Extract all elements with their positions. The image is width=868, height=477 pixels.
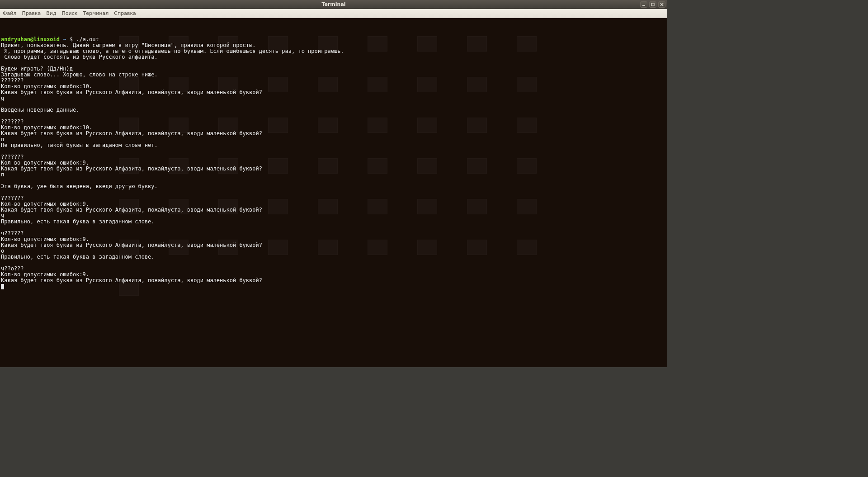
terminal-line: Эта буква, уже была введена, введи другу…	[1, 184, 666, 189]
terminal-line: ???????	[1, 119, 666, 125]
terminal-line	[1, 60, 666, 66]
menu-edit[interactable]: Правка	[22, 10, 41, 16]
terminal-line: Какая будет твоя буква из Русского Алфав…	[1, 166, 666, 172]
terminal-line: Не правильно, такой буквы в загаданом сл…	[1, 142, 666, 148]
terminal-line: Введены неверные данные.	[1, 107, 666, 113]
terminal-line: Какая будет твоя буква из Русского Алфав…	[1, 207, 666, 213]
menu-view[interactable]: Вид	[46, 10, 56, 16]
terminal-line: ???????	[1, 154, 666, 160]
terminal-line: Правильно, есть такая буква в загаданном…	[1, 219, 666, 225]
terminal-line: Какая будет твоя буква из Русского Алфав…	[1, 278, 666, 283]
terminal-line: ч??о???	[1, 266, 666, 272]
terminal-line	[1, 225, 666, 231]
terminal-output[interactable]: andryuhan@linuxoid ~ $ ./a.outПривет, по…	[0, 18, 667, 367]
menu-search[interactable]: Поиск	[62, 10, 78, 16]
titlebar[interactable]: Terminal	[0, 0, 667, 9]
terminal-line: ???????	[1, 195, 666, 201]
menu-help[interactable]: Справка	[114, 10, 136, 16]
terminal-line: Какая будет твоя буква из Русского Алфав…	[1, 131, 666, 137]
terminal-window: Terminal Файл Правка Вид Поиск Терминал …	[0, 0, 667, 367]
terminal-line: Какая будет твоя буква из Русского Алфав…	[1, 90, 666, 95]
terminal-line	[1, 148, 666, 154]
menu-terminal[interactable]: Терминал	[83, 10, 108, 16]
menu-file[interactable]: Файл	[3, 10, 16, 16]
terminal-content: andryuhan@linuxoid ~ $ ./a.outПривет, по…	[1, 37, 666, 289]
terminal-line: Слово будет состоять из букв Русского ал…	[1, 54, 666, 60]
terminal-line: ???????	[1, 78, 666, 84]
terminal-line: Правильно, есть такая буква в загаданном…	[1, 254, 666, 260]
titlebar-buttons	[640, 1, 667, 8]
text-cursor	[1, 284, 4, 289]
terminal-line: Загадываю слово... Хорошо, слово на стро…	[1, 72, 666, 78]
maximize-button[interactable]	[649, 1, 656, 8]
window-title: Terminal	[321, 1, 345, 7]
terminal-line	[1, 113, 666, 119]
maximize-icon	[651, 2, 655, 7]
svg-rect-1	[651, 3, 654, 6]
terminal-line: Какая будет твоя буква из Русского Алфав…	[1, 242, 666, 248]
minimize-button[interactable]	[640, 1, 647, 8]
terminal-line	[1, 189, 666, 195]
terminal-line: ч??????	[1, 231, 666, 236]
cursor-line	[1, 283, 666, 289]
menubar: Файл Правка Вид Поиск Терминал Справка	[0, 9, 667, 18]
terminal-line	[1, 101, 666, 107]
close-icon	[660, 2, 664, 7]
minimize-icon	[642, 2, 646, 7]
terminal-line: g	[1, 95, 666, 101]
terminal-line: п	[1, 172, 666, 178]
terminal-line	[1, 260, 666, 266]
close-button[interactable]	[658, 1, 665, 8]
